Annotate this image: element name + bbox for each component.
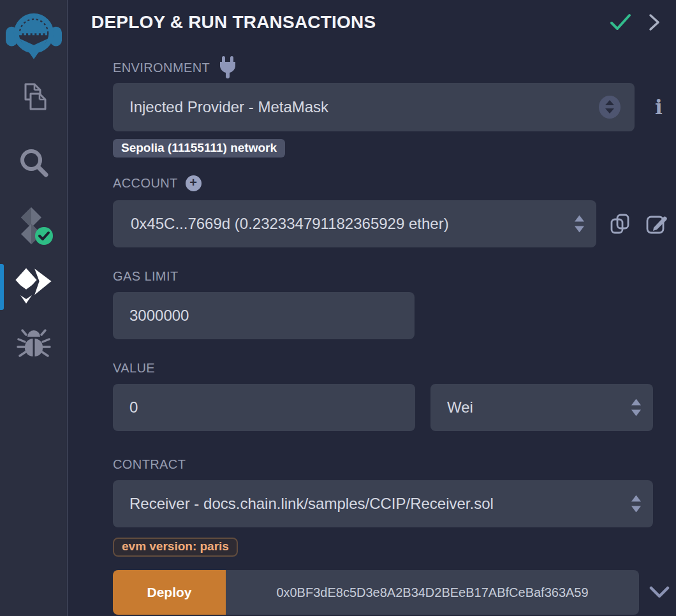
gas-limit-label-row: GAS LIMIT xyxy=(113,268,676,284)
expand-constructor-chevron-icon[interactable] xyxy=(649,586,670,599)
value-label: VALUE xyxy=(113,361,155,376)
icon-sidebar xyxy=(0,0,68,616)
collapse-panel-chevron-icon[interactable] xyxy=(648,13,661,32)
page-title: DEPLOY & RUN TRANSACTIONS xyxy=(91,12,376,33)
gas-limit-value: 3000000 xyxy=(113,307,189,325)
copy-account-button[interactable] xyxy=(609,212,632,235)
contract-selected-value: Receiver - docs.chain.link/samples/CCIP/… xyxy=(113,495,494,513)
value-label-row: VALUE xyxy=(113,360,676,376)
account-select[interactable]: 0x45C...7669d (0.232334791182365929 ethe… xyxy=(113,200,596,247)
contract-label-row: CONTRACT xyxy=(113,457,676,472)
environment-row: Injected Provider - MetaMask i xyxy=(113,83,676,131)
account-label: ACCOUNT xyxy=(113,176,178,191)
contract-select[interactable]: Receiver - docs.chain.link/samples/CCIP/… xyxy=(113,480,653,527)
deploy-run-panel: DEPLOY & RUN TRANSACTIONS ENVIRONMENT xyxy=(68,0,676,616)
environment-select[interactable]: Injected Provider - MetaMask xyxy=(113,83,635,131)
select-spinner-icon xyxy=(631,495,642,513)
environment-label-row: ENVIRONMENT xyxy=(113,60,676,75)
contract-label: CONTRACT xyxy=(113,457,186,472)
constructor-arg-input[interactable]: 0x0BF3dE8c5D3e8A2B34D2BEeB17ABfCeBaf363A… xyxy=(226,570,639,615)
network-badge: Sepolia (11155111) network xyxy=(113,139,285,158)
sidebar-item-solidity-compiler[interactable] xyxy=(0,205,68,251)
sidebar-item-file-explorer[interactable] xyxy=(0,77,68,122)
plus-icon: + xyxy=(186,175,202,191)
environment-info-icon[interactable]: i xyxy=(655,98,663,117)
value-amount: 0 xyxy=(113,399,138,416)
edit-account-button[interactable] xyxy=(645,212,668,235)
files-icon xyxy=(17,81,51,118)
value-input[interactable]: 0 xyxy=(113,384,415,431)
plug-icon[interactable] xyxy=(217,56,238,79)
sidebar-item-debugger[interactable] xyxy=(0,321,68,367)
remix-logo-icon xyxy=(6,6,62,65)
value-unit: Wei xyxy=(430,399,473,416)
account-selected-value: 0x45C...7669d (0.232334791182365929 ethe… xyxy=(113,215,449,233)
bug-icon xyxy=(17,326,51,363)
account-label-row: ACCOUNT + xyxy=(113,175,676,191)
sidebar-item-search[interactable] xyxy=(0,141,68,187)
select-spinner-icon xyxy=(599,96,621,119)
account-row: 0x45C...7669d (0.232334791182365929 ethe… xyxy=(113,200,676,247)
sidebar-item-remix-home[interactable] xyxy=(0,0,68,66)
environment-selected-value: Injected Provider - MetaMask xyxy=(113,98,328,116)
remix-ide-window: DEPLOY & RUN TRANSACTIONS ENVIRONMENT xyxy=(0,0,676,616)
solidity-icon xyxy=(13,206,54,249)
select-spinner-icon xyxy=(574,216,585,233)
deploy-run-icon xyxy=(13,266,54,308)
add-account-button[interactable]: + xyxy=(186,175,202,191)
value-row: 0 Wei xyxy=(113,384,676,431)
edit-icon xyxy=(645,212,668,235)
value-unit-select[interactable]: Wei xyxy=(430,384,653,431)
gas-limit-label: GAS LIMIT xyxy=(113,269,179,284)
copy-icon xyxy=(609,212,632,235)
panel-header: DEPLOY & RUN TRANSACTIONS xyxy=(102,10,676,34)
environment-label: ENVIRONMENT xyxy=(113,61,210,75)
compile-success-check-icon xyxy=(610,13,631,31)
gas-limit-input[interactable]: 3000000 xyxy=(113,292,415,339)
deploy-row: Deploy 0x0BF3dE8c5D3e8A2B34D2BEeB17ABfCe… xyxy=(113,570,676,615)
sidebar-item-deploy-and-run[interactable] xyxy=(0,264,68,310)
constructor-arg-value: 0x0BF3dE8c5D3e8A2B34D2BEeB17ABfCeBaf363A… xyxy=(276,585,588,600)
search-icon xyxy=(17,146,50,182)
evm-version-badge: evm version: paris xyxy=(113,538,238,557)
active-plugin-indicator xyxy=(0,264,4,310)
select-spinner-icon xyxy=(631,399,642,416)
deploy-button[interactable]: Deploy xyxy=(113,570,226,615)
